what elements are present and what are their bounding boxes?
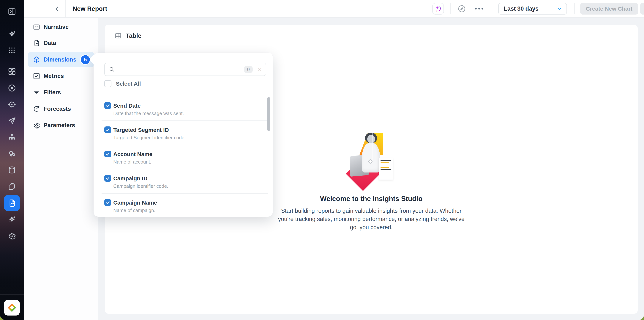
dimension-title: Campaign ID: [113, 175, 265, 182]
table-icon: [114, 32, 122, 39]
chart-type-header: Table: [105, 25, 638, 47]
app-window: New Report Last 30 days Create N: [0, 0, 644, 320]
welcome-title: Welcome to the Insights Studio: [320, 195, 422, 203]
date-range-select[interactable]: Last 30 days: [498, 3, 567, 15]
dimension-title: Campaign Name: [113, 200, 265, 206]
dimension-list: Send Date Date that the message was sent…: [94, 94, 273, 217]
sidebar-item-label: Narrative: [44, 24, 68, 30]
rail-divider: [0, 294, 24, 295]
dimension-description: Name of campaign.: [113, 208, 265, 213]
dimensions-count-badge: 5: [80, 55, 90, 65]
panel-toggle-icon[interactable]: [6, 6, 18, 17]
header-divider: [65, 0, 66, 17]
checked-checkbox[interactable]: [104, 151, 111, 157]
send-icon[interactable]: [6, 115, 18, 127]
dimension-search-input[interactable]: [118, 66, 244, 73]
chevron-down-icon: [557, 6, 562, 12]
header-divider: [450, 3, 451, 14]
settings-gear-icon[interactable]: [6, 230, 18, 242]
checked-checkbox[interactable]: [104, 175, 111, 182]
dimension-title: Send Date: [113, 103, 265, 109]
dimension-description: Date that the message was sent.: [113, 111, 265, 116]
sidebar-item-label: Parameters: [44, 122, 75, 129]
metrics-chart-icon: [33, 72, 40, 80]
date-range-value: Last 30 days: [504, 6, 538, 12]
search-icon: [109, 66, 115, 72]
back-button[interactable]: [52, 5, 62, 14]
filter-lines-icon: [33, 89, 40, 96]
dimension-row-campaign-id[interactable]: Campaign ID Campaign identifier code.: [94, 169, 273, 194]
explore-compass-icon[interactable]: [457, 4, 466, 14]
sidebar-item-label: Data: [44, 40, 56, 47]
page-title: New Report: [73, 0, 107, 17]
checked-checkbox[interactable]: [104, 102, 111, 109]
sidebar-item-filters[interactable]: Filters: [28, 85, 94, 100]
sidebar-item-forecasts[interactable]: Forecasts: [28, 101, 94, 116]
brand-logo[interactable]: [4, 300, 20, 315]
ai-sparkle-icon[interactable]: [6, 28, 18, 40]
sidebar-item-label: Filters: [44, 89, 61, 96]
report-sidebar: Narrative Data Dimensions 5 Metrics Filt…: [24, 18, 98, 320]
ai-assistant-button[interactable]: [432, 3, 444, 15]
dimension-description: Campaign identifier code.: [113, 183, 265, 189]
sidebar-item-dimensions[interactable]: Dimensions 5: [28, 52, 94, 67]
report-icon[interactable]: [4, 195, 20, 211]
sidebar-item-label: Metrics: [44, 73, 64, 80]
pages-icon[interactable]: [6, 181, 18, 192]
select-all-label: Select All: [116, 81, 141, 87]
rail-divider: [0, 61, 24, 61]
ai-sparkle-small-icon[interactable]: [6, 214, 18, 225]
header-divider: [574, 3, 575, 14]
sidebar-item-label: Dimensions: [44, 56, 76, 63]
dimensions-popup: 0 × Select All Send Date Date that the m…: [94, 53, 273, 217]
dimension-row-account-name[interactable]: Account Name Name of account.: [94, 145, 273, 169]
dimension-row-targeted-segment-id[interactable]: Targeted Segment ID Targeted Segment ide…: [94, 121, 273, 145]
select-all-checkbox[interactable]: [104, 80, 112, 87]
clear-search-icon[interactable]: ×: [258, 66, 262, 73]
sidebar-item-narrative[interactable]: Narrative: [28, 20, 94, 35]
database-icon[interactable]: [6, 164, 18, 176]
sidebar-item-parameters[interactable]: Parameters: [28, 118, 94, 133]
search-count-badge: 0: [244, 66, 253, 73]
chart-type-label: Table: [126, 32, 142, 39]
bubbles-icon[interactable]: [6, 148, 18, 159]
more-options-button[interactable]: [474, 4, 484, 14]
checked-checkbox[interactable]: [104, 126, 111, 133]
sitemap-icon[interactable]: [6, 131, 18, 143]
sidebar-item-label: Forecasts: [44, 106, 71, 112]
dimension-title: Account Name: [113, 151, 265, 157]
apps-grid-icon[interactable]: [6, 44, 18, 56]
data-document-icon: [33, 39, 40, 47]
cube-icon: [33, 56, 40, 63]
create-new-chart-button[interactable]: Create New Chart: [580, 3, 638, 15]
save-button[interactable]: Save: [640, 3, 644, 15]
forecast-gauge-icon: [33, 105, 40, 113]
dashboard-blocks-icon[interactable]: [6, 66, 18, 77]
dimension-search: 0 ×: [104, 63, 266, 76]
ellipsis-icon: [475, 8, 483, 10]
compass-icon[interactable]: [6, 82, 18, 94]
dimension-description: Name of account.: [113, 159, 265, 165]
scrollbar-thumb[interactable]: [268, 97, 270, 131]
header-divider: [492, 3, 492, 14]
dimension-row-send-date[interactable]: Send Date Date that the message was sent…: [94, 97, 273, 121]
select-all-row: Select All: [104, 80, 141, 87]
sidebar-item-data[interactable]: Data: [28, 36, 94, 51]
sidebar-item-metrics[interactable]: Metrics: [28, 69, 94, 84]
locate-icon[interactable]: [6, 99, 18, 110]
checked-checkbox[interactable]: [104, 199, 111, 206]
welcome-body: Start building reports to gain valuable …: [274, 207, 468, 231]
rail-divider: [0, 24, 24, 24]
primary-rail: [0, 0, 24, 320]
dimension-description: Targeted Segment identifier code.: [113, 135, 265, 141]
dimension-title: Targeted Segment ID: [113, 127, 265, 133]
welcome-illustration: [350, 129, 393, 185]
narrative-card-icon: [33, 23, 40, 31]
top-header: New Report Last 30 days Create N: [24, 0, 644, 18]
dimension-row-campaign-name[interactable]: Campaign Name Name of campaign.: [94, 194, 273, 217]
settings-gear-icon: [33, 122, 40, 129]
